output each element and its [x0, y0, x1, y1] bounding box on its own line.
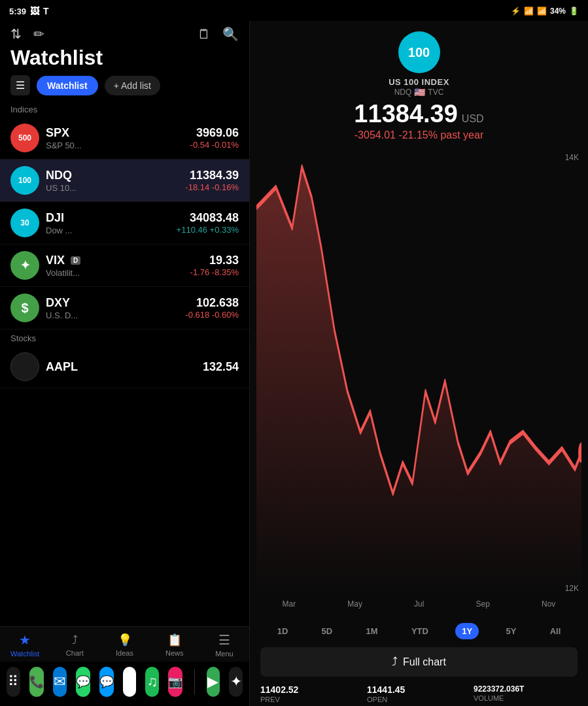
- list-item[interactable]: 100 NDQ US 10... 11384.39 -18.14 -0.16%: [0, 160, 249, 202]
- dock-messenger[interactable]: 💬: [99, 667, 114, 697]
- dji-price: 34083.48: [177, 211, 239, 225]
- flag-icon: 🇺🇸: [414, 87, 425, 97]
- status-icon-tesla: T: [43, 6, 49, 16]
- time-1m[interactable]: 1M: [360, 623, 385, 639]
- index-price: 11384.39: [354, 100, 458, 128]
- aapl-name: AAPL: [46, 360, 203, 374]
- list-item[interactable]: AAPL 132.54: [0, 346, 249, 388]
- dxy-badge: $: [10, 294, 39, 322]
- status-time: 5:39: [9, 7, 26, 16]
- nav-ideas-label: Ideas: [116, 649, 133, 657]
- battery-percent: 34%: [550, 7, 566, 16]
- bluetooth-icon: ⚡: [511, 7, 521, 16]
- dock-whatsapp[interactable]: 💬: [76, 667, 90, 697]
- status-icon-gallery: 🖼: [30, 6, 39, 16]
- volume-label: VOLUME: [474, 694, 578, 702]
- search-icon[interactable]: 🔍: [222, 26, 239, 42]
- news-nav-icon: 📋: [167, 633, 182, 647]
- dji-badge: 30: [10, 209, 39, 237]
- list-item[interactable]: ✦ VIX D Volatilit... 19.33 -1.76 -8.35%: [0, 244, 249, 287]
- dock-dark[interactable]: ✦: [229, 667, 243, 697]
- dock-grid[interactable]: ⠿: [7, 667, 20, 697]
- time-1y[interactable]: 1Y: [455, 623, 479, 639]
- stats-row: 11402.52 PREV 11441.45 OPEN 9223372.036T…: [250, 681, 588, 706]
- chart-nav-icon: ⤴: [72, 633, 78, 647]
- ndq-sub: US 10...: [46, 183, 185, 193]
- vix-sub: Volatilit...: [46, 268, 190, 278]
- x-label-may: May: [347, 599, 362, 609]
- chart-svg: [256, 146, 581, 596]
- left-panel: ⇅ ✏ 🗒 🔍 Watchlist ☰ Watchlist + Add list…: [0, 21, 250, 706]
- provider-suffix: TVC: [428, 88, 443, 97]
- page-title: Watchlist: [0, 44, 249, 75]
- list-item[interactable]: 30 DJI Dow ... 34083.48 +110.46 +0.33%: [0, 202, 249, 244]
- list-item[interactable]: $ DXY U.S. D... 102.638 -0.618 -0.60%: [0, 287, 249, 329]
- time-all[interactable]: All: [544, 623, 568, 639]
- tab-watchlist[interactable]: Watchlist: [37, 76, 98, 95]
- stat-volume: 9223372.036T VOLUME: [474, 684, 578, 703]
- dock-play[interactable]: ▶: [207, 667, 220, 697]
- section-stocks: Stocks: [0, 329, 249, 346]
- index-badge: 100: [398, 31, 440, 73]
- chart-y-labels: 14K 12K: [565, 153, 579, 593]
- dji-name: DJI: [46, 211, 177, 225]
- sort-icon[interactable]: ⇅: [10, 26, 22, 42]
- watchlist-nav-icon: ★: [19, 632, 31, 648]
- nav-menu[interactable]: ☰ Menu: [199, 627, 249, 662]
- vix-name: VIX D: [46, 254, 190, 267]
- main-layout: ⇅ ✏ 🗒 🔍 Watchlist ☰ Watchlist + Add list…: [0, 21, 588, 706]
- dxy-change: -0.618 -0.60%: [185, 310, 239, 320]
- edit-icon[interactable]: ✏: [33, 26, 44, 42]
- aapl-price: 132.54: [203, 360, 239, 374]
- nav-news[interactable]: 📋 News: [150, 627, 199, 662]
- dock-camera[interactable]: 📷: [168, 667, 182, 697]
- notifications-icon[interactable]: 🗒: [198, 27, 211, 42]
- dock-phone[interactable]: 📞: [29, 667, 44, 697]
- full-chart-button[interactable]: ⤴ Full chart: [260, 647, 578, 677]
- dock-chrome[interactable]: ◎: [123, 667, 137, 697]
- full-chart-icon: ⤴: [392, 655, 398, 669]
- ndq-badge: 100: [10, 166, 39, 195]
- dji-sub: Dow ...: [46, 226, 177, 235]
- spx-badge: 500: [10, 124, 39, 152]
- dxy-name: DXY: [46, 296, 185, 310]
- spx-name: SPX: [46, 126, 190, 140]
- volume-value: 9223372.036T: [474, 684, 578, 694]
- time-ytd[interactable]: YTD: [405, 623, 435, 639]
- dxy-price: 102.638: [185, 296, 239, 310]
- ndq-change: -18.14 -0.16%: [185, 182, 239, 192]
- stat-prev: 11402.52 PREV: [260, 684, 364, 703]
- spx-sub: S&P 50...: [46, 141, 190, 150]
- bottom-nav: ★ Watchlist ⤴ Chart 💡 Ideas 📋 News ☰ Men…: [0, 626, 249, 662]
- dock-outlook[interactable]: ✉: [53, 667, 67, 697]
- x-label-sep: Sep: [476, 599, 490, 609]
- nav-chart[interactable]: ⤴ Chart: [50, 627, 99, 662]
- index-name: US 100 INDEX: [389, 77, 449, 87]
- spx-price: 3969.06: [190, 126, 239, 140]
- vix-price: 19.33: [190, 254, 239, 267]
- battery-icon: 🔋: [569, 7, 579, 16]
- provider-code: NDQ: [394, 88, 412, 97]
- chart-container: 14K 12K Mar May Jul: [250, 146, 588, 619]
- watchlist-toolbar: ⇅ ✏ 🗒 🔍: [0, 21, 249, 44]
- open-label: OPEN: [367, 696, 471, 703]
- list-item[interactable]: 500 SPX S&P 50... 3969.06 -0.54 -0.01%: [0, 117, 249, 160]
- tab-add-list[interactable]: + Add list: [105, 76, 160, 95]
- tab-menu-icon[interactable]: ☰: [10, 75, 30, 95]
- time-5d[interactable]: 5D: [315, 623, 339, 639]
- right-panel: 100 US 100 INDEX NDQ 🇺🇸 TVC 11384.39 USD…: [250, 21, 588, 706]
- full-chart-label: Full chart: [403, 656, 446, 668]
- y-label-14k: 14K: [565, 153, 579, 162]
- time-5y[interactable]: 5Y: [499, 623, 523, 639]
- dock-spotify[interactable]: ♫: [145, 667, 159, 697]
- x-label-nov: Nov: [542, 599, 555, 609]
- nav-ideas[interactable]: 💡 Ideas: [99, 627, 149, 662]
- app-dock: ⠿ 📞 ✉ 💬 💬 ◎ ♫ 📷 ▶ ✦: [0, 662, 249, 706]
- ndq-price: 11384.39: [185, 169, 239, 182]
- status-left: 5:39 🖼 T: [9, 6, 49, 16]
- dxy-sub: U.S. D...: [46, 311, 185, 320]
- nav-news-label: News: [165, 649, 184, 657]
- time-1d[interactable]: 1D: [271, 623, 295, 639]
- nav-watchlist[interactable]: ★ Watchlist: [0, 627, 50, 662]
- index-header: 100 US 100 INDEX NDQ 🇺🇸 TVC 11384.39 USD…: [250, 21, 588, 146]
